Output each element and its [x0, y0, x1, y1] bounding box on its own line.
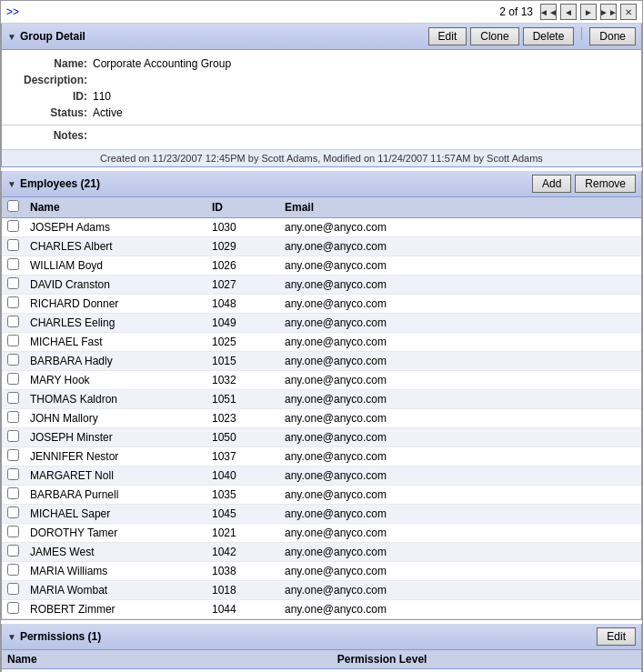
employee-name: CHARLES Eeling	[25, 314, 206, 333]
employee-name: MARGARET Noll	[25, 466, 206, 486]
employee-id: 1042	[206, 543, 279, 562]
employee-checkbox[interactable]	[7, 430, 19, 442]
prev-page-button[interactable]: ◄	[560, 4, 577, 20]
employee-row: DAVID Cranston 1027 any.one@anyco.com	[2, 276, 641, 295]
email-column-header: Email	[279, 197, 641, 218]
permission-level: Manager	[332, 669, 641, 673]
edit-button[interactable]: Edit	[428, 27, 467, 45]
name-row: Name: Corporate Accounting Group	[2, 55, 641, 72]
employee-name: RICHARD Donner	[25, 295, 206, 314]
employee-checkbox[interactable]	[7, 487, 19, 499]
employee-email: any.one@anyco.com	[279, 524, 641, 543]
close-button[interactable]: ✕	[620, 4, 637, 20]
employee-row: JOSEPH Adams 1030 any.one@anyco.com	[2, 218, 641, 237]
employees-section-body: Name ID Email JOSEPH Adams 1030 any.one@…	[1, 197, 642, 620]
employee-id: 1038	[206, 562, 279, 581]
employee-id: 1040	[206, 466, 279, 486]
employees-collapse-icon[interactable]: ▼	[7, 179, 16, 189]
first-page-button[interactable]: ◄◄	[540, 4, 557, 20]
done-button[interactable]: Done	[589, 27, 636, 45]
row-checkbox-cell	[2, 447, 25, 466]
employee-row: RICHARD Donner 1048 any.one@anyco.com	[2, 295, 641, 314]
breadcrumb-groups-link[interactable]: >>	[6, 5, 19, 18]
delete-button[interactable]: Delete	[523, 27, 575, 45]
employee-checkbox[interactable]	[7, 335, 19, 346]
employee-email: any.one@anyco.com	[279, 371, 641, 390]
employee-checkbox[interactable]	[7, 258, 19, 270]
permissions-name-column-header: Name	[2, 650, 332, 669]
employees-header-left: ▼ Employees (21)	[7, 177, 100, 190]
employees-actions: Add Remove	[532, 175, 636, 193]
name-value: Corporate Accounting Group	[93, 57, 231, 70]
employee-email: any.one@anyco.com	[279, 352, 641, 371]
employee-row: JAMES West 1042 any.one@anyco.com	[2, 543, 641, 562]
employee-name: BARBARA Purnell	[25, 486, 206, 505]
row-checkbox-cell	[2, 581, 25, 600]
employee-checkbox[interactable]	[7, 468, 19, 480]
row-checkbox-cell	[2, 371, 25, 390]
employee-checkbox[interactable]	[7, 545, 19, 557]
clone-button[interactable]: Clone	[470, 27, 518, 45]
group-detail-header-left: ▼ Group Detail	[7, 30, 85, 43]
employee-email: any.one@anyco.com	[279, 276, 641, 295]
employee-id: 1026	[206, 256, 279, 276]
row-checkbox-cell	[2, 295, 25, 314]
employee-checkbox[interactable]	[7, 296, 19, 308]
employee-checkbox[interactable]	[7, 354, 19, 366]
group-detail-collapse-icon[interactable]: ▼	[7, 32, 16, 42]
permissions-table-body: JOSEPH Adams Manager	[2, 669, 641, 673]
employee-id: 1018	[206, 581, 279, 600]
employee-checkbox[interactable]	[7, 526, 19, 537]
row-checkbox-cell	[2, 390, 25, 409]
employee-checkbox[interactable]	[7, 449, 19, 461]
employee-checkbox[interactable]	[7, 602, 19, 614]
employee-id: 1051	[206, 390, 279, 409]
employee-email: any.one@anyco.com	[279, 333, 641, 352]
employee-checkbox[interactable]	[7, 220, 19, 232]
employee-row: JOHN Mallory 1023 any.one@anyco.com	[2, 409, 641, 428]
employee-checkbox[interactable]	[7, 507, 19, 518]
row-checkbox-cell	[2, 486, 25, 505]
last-page-button[interactable]: ►►	[600, 4, 617, 20]
employee-email: any.one@anyco.com	[279, 218, 641, 237]
employee-id: 1048	[206, 295, 279, 314]
employee-name: JENNIFER Nestor	[25, 447, 206, 466]
select-all-checkbox[interactable]	[7, 200, 19, 212]
employee-id: 1032	[206, 371, 279, 390]
permission-name: JOSEPH Adams	[2, 669, 332, 673]
employee-email: any.one@anyco.com	[279, 428, 641, 447]
employees-title: Employees (21)	[20, 177, 100, 190]
employee-checkbox[interactable]	[7, 239, 19, 251]
name-label: Name:	[2, 57, 93, 70]
remove-employee-button[interactable]: Remove	[575, 175, 636, 193]
employee-row: BARBARA Purnell 1035 any.one@anyco.com	[2, 486, 641, 505]
row-checkbox-cell	[2, 409, 25, 428]
employee-checkbox[interactable]	[7, 564, 19, 576]
row-checkbox-cell	[2, 600, 25, 619]
edit-permissions-button[interactable]: Edit	[597, 627, 636, 646]
employee-name: MARIA Williams	[25, 562, 206, 581]
employee-checkbox[interactable]	[7, 277, 19, 289]
row-checkbox-cell	[2, 333, 25, 352]
employee-email: any.one@anyco.com	[279, 409, 641, 428]
employee-checkbox[interactable]	[7, 583, 19, 595]
permissions-title: Permissions (1)	[20, 630, 101, 643]
employee-checkbox[interactable]	[7, 411, 19, 423]
employee-email: any.one@anyco.com	[279, 581, 641, 600]
permissions-level-column-header: Permission Level	[332, 650, 641, 669]
employee-email: any.one@anyco.com	[279, 295, 641, 314]
add-employee-button[interactable]: Add	[532, 175, 571, 193]
permissions-actions: Edit	[597, 627, 636, 646]
employee-checkbox[interactable]	[7, 392, 19, 404]
employee-name: JOHN Mallory	[25, 409, 206, 428]
employee-checkbox[interactable]	[7, 316, 19, 327]
employee-id: 1045	[206, 505, 279, 524]
permissions-collapse-icon[interactable]: ▼	[7, 632, 16, 642]
description-row: Description:	[2, 72, 641, 88]
permissions-section-body: Name Permission Level JOSEPH Adams Manag…	[1, 650, 642, 672]
employee-checkbox[interactable]	[7, 373, 19, 385]
row-checkbox-cell	[2, 352, 25, 371]
breadcrumb: >>	[6, 5, 19, 18]
employee-email: any.one@anyco.com	[279, 256, 641, 276]
next-page-button[interactable]: ►	[580, 4, 597, 20]
